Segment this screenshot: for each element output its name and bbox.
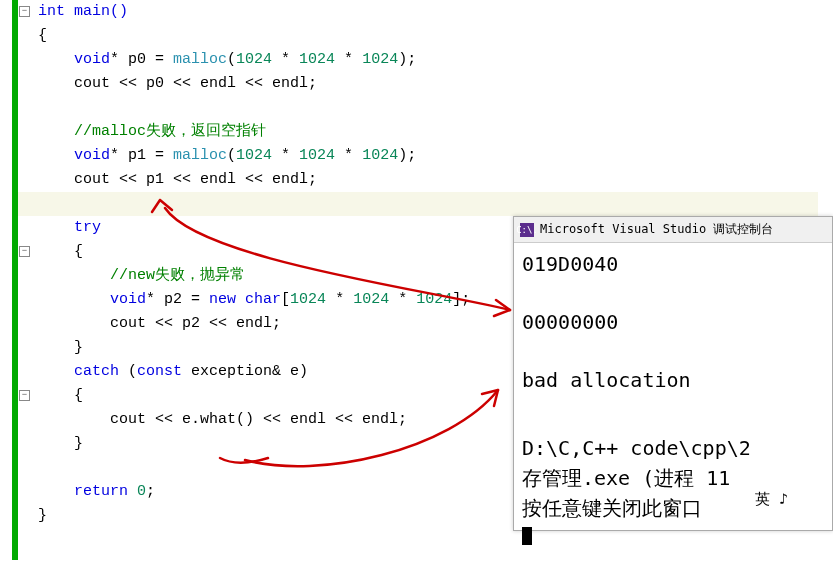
fold-toggle[interactable]: − (19, 6, 30, 17)
console-titlebar[interactable]: C:\. Microsoft Visual Studio 调试控制台 (514, 217, 832, 243)
code-line[interactable]: cout << p0 << endl << endl; (18, 72, 818, 96)
code-line[interactable] (18, 96, 818, 120)
console-window[interactable]: C:\. Microsoft Visual Studio 调试控制台 019D0… (513, 216, 833, 531)
code-line[interactable]: //malloc失败，返回空指针 (18, 120, 818, 144)
console-line (522, 279, 824, 307)
console-line: D:\C,C++ code\cpp\2 (522, 433, 824, 463)
console-cursor (522, 527, 532, 545)
console-line (522, 395, 824, 423)
fold-toggle[interactable]: − (19, 390, 30, 401)
console-line (522, 423, 824, 433)
code-line[interactable] (18, 192, 818, 216)
code-line[interactable]: cout << p1 << endl << endl; (18, 168, 818, 192)
console-line: 00000000 (522, 307, 824, 337)
console-output[interactable]: 019D0040 00000000 bad allocation D:\C,C+… (514, 243, 832, 559)
ime-indicator[interactable]: 英 ♪ (751, 489, 792, 510)
code-line[interactable]: void* p0 = malloc(1024 * 1024 * 1024); (18, 48, 818, 72)
code-line[interactable]: void* p1 = malloc(1024 * 1024 * 1024); (18, 144, 818, 168)
console-line: 019D0040 (522, 249, 824, 279)
console-title-text: Microsoft Visual Studio 调试控制台 (540, 221, 773, 238)
console-icon: C:\. (520, 223, 534, 237)
code-line[interactable]: int main() (18, 0, 818, 24)
console-line (522, 337, 824, 365)
code-line[interactable]: { (18, 24, 818, 48)
console-line: bad allocation (522, 365, 824, 395)
fold-toggle[interactable]: − (19, 246, 30, 257)
